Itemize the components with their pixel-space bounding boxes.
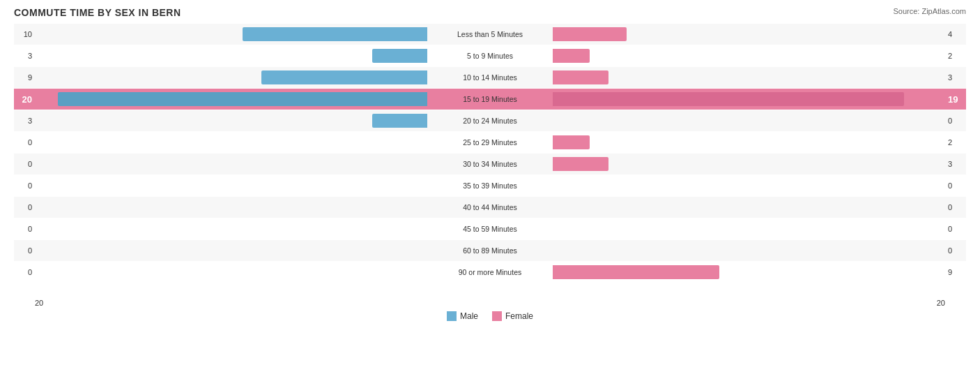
right-value: 3 xyxy=(945,73,966,82)
bar-male xyxy=(58,92,427,106)
chart-row: 0 35 to 39 Minutes 0 xyxy=(14,175,966,196)
left-value: 3 xyxy=(14,117,35,125)
right-value: 0 xyxy=(945,225,966,233)
left-value: 0 xyxy=(14,138,35,147)
bar-section-right xyxy=(553,49,945,63)
bar-section-right xyxy=(553,244,945,258)
bar-section-right xyxy=(553,179,945,193)
bar-section-left xyxy=(35,244,427,258)
chart-row: 3 20 to 24 Minutes 0 xyxy=(14,110,966,131)
row-label: 35 to 39 Minutes xyxy=(427,181,553,190)
right-value: 0 xyxy=(945,246,966,255)
right-value: 4 xyxy=(945,30,966,38)
chart-row: 0 45 to 59 Minutes 0 xyxy=(14,218,966,239)
chart-row: 0 25 to 29 Minutes 2 xyxy=(14,132,966,153)
title-row: COMMUTE TIME BY SEX IN BERN Source: ZipA… xyxy=(14,7,966,18)
chart-row: 0 90 or more Minutes 9 xyxy=(14,262,966,283)
bar-section-left xyxy=(35,114,427,128)
row-label: 10 to 14 Minutes xyxy=(427,73,553,82)
bar-section-right xyxy=(553,157,945,171)
legend-male: Male xyxy=(447,311,478,321)
chart-row: 0 40 to 44 Minutes 0 xyxy=(14,197,966,218)
right-value: 0 xyxy=(945,181,966,190)
left-value: 0 xyxy=(14,181,35,190)
right-value: 0 xyxy=(945,117,966,125)
bar-section-left xyxy=(35,179,427,193)
bottom-axis: 20 20 xyxy=(14,299,966,307)
bar-section-right xyxy=(553,200,945,214)
row-label: 60 to 89 Minutes xyxy=(427,246,553,255)
left-value: 3 xyxy=(14,52,35,60)
row-label: 40 to 44 Minutes xyxy=(427,203,553,211)
chart-title: COMMUTE TIME BY SEX IN BERN xyxy=(14,7,181,18)
bar-section-right xyxy=(553,135,945,149)
bar-male xyxy=(261,70,428,84)
bar-section-right xyxy=(553,114,945,128)
chart-row: 9 10 to 14 Minutes 3 xyxy=(14,67,966,88)
bar-female xyxy=(553,92,904,106)
legend-male-icon xyxy=(447,311,457,321)
legend: Male Female xyxy=(14,311,966,321)
axis-right-label: 20 xyxy=(937,299,945,307)
bar-section-right xyxy=(553,70,945,84)
right-value: 9 xyxy=(945,268,966,276)
bar-section-left xyxy=(35,265,427,279)
right-value: 0 xyxy=(945,203,966,211)
row-label: 15 to 19 Minutes xyxy=(427,95,553,103)
row-label: 20 to 24 Minutes xyxy=(427,117,553,125)
right-value: 2 xyxy=(945,52,966,60)
left-value: 10 xyxy=(14,30,35,38)
bar-female xyxy=(553,49,590,63)
bar-section-right xyxy=(553,27,945,41)
chart-container: COMMUTE TIME BY SEX IN BERN Source: ZipA… xyxy=(0,0,980,365)
row-label: 5 to 9 Minutes xyxy=(427,52,553,60)
left-value: 0 xyxy=(14,203,35,211)
left-value: 0 xyxy=(14,268,35,276)
left-value: 0 xyxy=(14,246,35,255)
bar-section-right xyxy=(553,92,945,106)
axis-left-label: 20 xyxy=(35,299,43,307)
right-value: 2 xyxy=(945,138,966,147)
right-value: 19 xyxy=(945,94,966,105)
bar-female xyxy=(553,157,608,171)
chart-row: 0 30 to 34 Minutes 3 xyxy=(14,154,966,174)
bar-section-left xyxy=(35,92,427,106)
chart-row: 3 5 to 9 Minutes 2 xyxy=(14,45,966,66)
bar-male xyxy=(372,49,428,63)
chart-row: 20 15 to 19 Minutes 19 xyxy=(14,89,966,110)
bar-section-left xyxy=(35,135,427,149)
row-label: Less than 5 Minutes xyxy=(427,30,553,38)
row-label: 30 to 34 Minutes xyxy=(427,160,553,168)
bar-male xyxy=(243,27,427,41)
bar-section-left xyxy=(35,157,427,171)
row-label: 90 or more Minutes xyxy=(427,268,553,276)
source-text: Source: ZipAtlas.com xyxy=(893,7,966,15)
legend-female-icon xyxy=(492,311,502,321)
left-value: 9 xyxy=(14,73,35,82)
bar-male xyxy=(372,114,428,128)
bar-female xyxy=(553,70,608,84)
row-label: 45 to 59 Minutes xyxy=(427,225,553,233)
right-value: 3 xyxy=(945,160,966,168)
chart-row: 10 Less than 5 Minutes 4 xyxy=(14,24,966,45)
bar-female xyxy=(553,27,627,41)
left-value: 0 xyxy=(14,160,35,168)
bar-female xyxy=(553,265,719,279)
bar-section-right xyxy=(553,265,945,279)
left-value: 20 xyxy=(14,94,35,105)
legend-male-label: Male xyxy=(460,311,478,321)
legend-female-label: Female xyxy=(505,311,533,321)
bar-female xyxy=(553,135,590,149)
bar-section-left xyxy=(35,49,427,63)
bar-section-left xyxy=(35,222,427,236)
bar-section-left xyxy=(35,200,427,214)
left-value: 0 xyxy=(14,225,35,233)
bar-section-right xyxy=(553,222,945,236)
chart-area: 10 Less than 5 Minutes 4 3 5 to 9 Minute… xyxy=(14,24,966,296)
bar-section-left xyxy=(35,27,427,41)
chart-row: 0 60 to 89 Minutes 0 xyxy=(14,240,966,261)
legend-female: Female xyxy=(492,311,533,321)
row-label: 25 to 29 Minutes xyxy=(427,138,553,147)
bar-section-left xyxy=(35,70,427,84)
